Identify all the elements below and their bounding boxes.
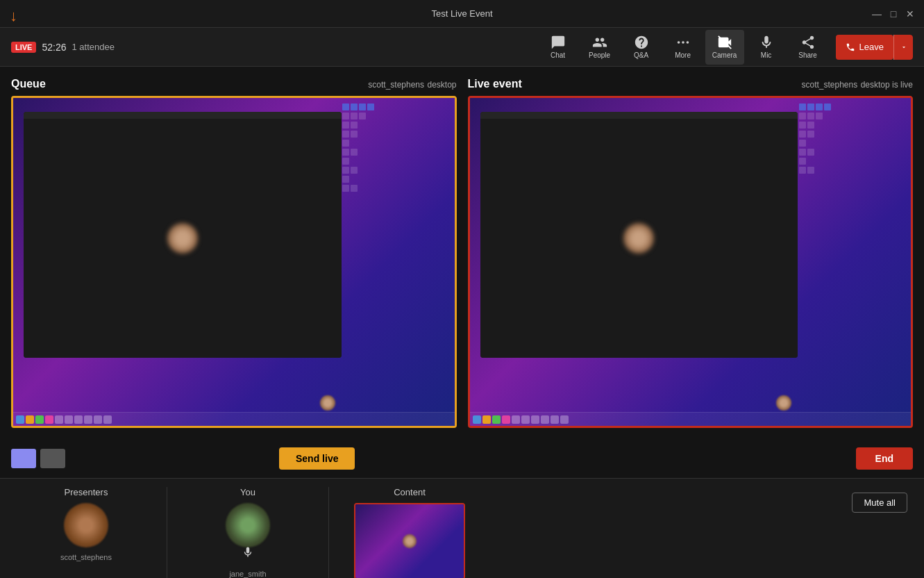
live-event-preview[interactable]: [468, 96, 914, 428]
dock-icon: [482, 415, 491, 424]
live-dock: [470, 412, 912, 426]
dock-icon: [541, 415, 549, 424]
dock-icon: [512, 415, 520, 424]
queue-preview[interactable]: [11, 96, 457, 428]
fake-icon: [816, 113, 823, 119]
fake-icon: [799, 167, 806, 174]
people-button[interactable]: People: [580, 30, 619, 65]
dock-icon: [26, 415, 34, 424]
qa-icon: [634, 35, 649, 50]
maximize-button[interactable]: □: [888, 8, 899, 19]
dock-icon: [84, 415, 92, 424]
fake-icon: [342, 185, 349, 192]
leave-button-group: Leave: [830, 35, 913, 60]
more-label: More: [675, 51, 691, 59]
dock-icon: [65, 415, 73, 424]
chat-button[interactable]: Chat: [539, 30, 578, 65]
people-label: People: [589, 51, 610, 59]
fake-icon: [807, 104, 814, 110]
timer-display: 52:26: [42, 42, 66, 53]
share-button[interactable]: Share: [789, 30, 828, 65]
section-divider-1: [167, 487, 167, 578]
share-icon: [800, 35, 816, 50]
dock-icon: [560, 415, 569, 424]
leave-label: Leave: [859, 42, 884, 52]
fake-icon: [351, 149, 358, 156]
nav-bar: ↓ LIVE 52:26 1 attendee Chat People Q&A: [0, 28, 924, 67]
end-button[interactable]: End: [856, 447, 913, 470]
dock-icon: [551, 415, 559, 424]
live-desktop-icons: [796, 98, 911, 426]
fake-icon: [799, 149, 806, 156]
grid-view-button[interactable]: [40, 449, 65, 468]
bottom-controls-bar: Send live End: [0, 439, 924, 478]
minimize-button[interactable]: —: [871, 8, 882, 19]
queue-small-avatar: [320, 395, 335, 411]
content-preview-avatar: [403, 534, 417, 548]
live-desktop: [470, 98, 912, 426]
fake-icon: [342, 176, 349, 183]
live-teams-content: [480, 119, 798, 358]
presenter-avatar: [64, 503, 108, 547]
dock-icon: [35, 415, 44, 424]
fake-icon: [342, 131, 349, 138]
dock-icon: [74, 415, 83, 424]
close-button[interactable]: ✕: [905, 8, 916, 19]
send-live-button[interactable]: Send live: [279, 447, 355, 470]
fake-icon: [342, 158, 349, 165]
qa-label: Q&A: [634, 51, 648, 59]
dock-icon: [103, 415, 112, 424]
camera-button[interactable]: Camera: [705, 30, 744, 65]
content-thumbnail[interactable]: [354, 503, 465, 578]
bottom-strip: Presenters scott_stephens You jane_smith…: [0, 478, 924, 578]
queue-subtitle: desktop: [427, 80, 456, 90]
mic-button[interactable]: Mic: [747, 30, 786, 65]
queue-subtitle-area: scott_stephens desktop: [368, 78, 456, 90]
fake-icon: [342, 122, 349, 129]
you-name: jane_smith: [229, 570, 266, 578]
people-icon: [592, 35, 607, 50]
svg-point-2: [686, 41, 689, 44]
live-badge: LIVE: [11, 42, 36, 53]
section-divider-2: [328, 487, 329, 578]
queue-desktop-icons: [339, 98, 454, 426]
live-event-subtitle-area: scott_stephens desktop is live: [801, 78, 913, 90]
you-avatar: [226, 503, 270, 547]
fake-icon: [342, 140, 349, 147]
chat-icon: [551, 35, 566, 50]
queue-user: scott_stephens: [368, 80, 424, 90]
dock-icon: [473, 415, 481, 424]
window-controls: — □ ✕: [871, 8, 916, 19]
fake-icon: [807, 149, 814, 156]
fake-icon: [807, 131, 814, 138]
leave-phone-icon: [846, 42, 855, 52]
qa-button[interactable]: Q&A: [622, 30, 661, 65]
queue-dock: [13, 412, 455, 426]
fake-icon: [342, 113, 349, 119]
single-view-button[interactable]: [11, 449, 36, 468]
queue-teams-content: [24, 119, 342, 358]
live-teams-bar: [480, 112, 798, 119]
content-section: Content screen_share: [340, 487, 479, 578]
mute-all-button[interactable]: Mute all: [852, 493, 907, 513]
dock-icon: [55, 415, 63, 424]
presenters-section: Presenters scott_stephens: [17, 487, 156, 578]
dock-icon: [94, 415, 102, 424]
leave-dropdown-button[interactable]: [893, 35, 913, 60]
you-title: You: [240, 487, 255, 497]
arrow-indicator: ↓: [10, 7, 17, 25]
fake-icon: [351, 113, 358, 119]
more-button[interactable]: More: [664, 30, 703, 65]
presenters-title: Presenters: [65, 487, 108, 497]
dock-icon: [45, 415, 53, 424]
fake-icon: [351, 122, 358, 129]
you-avatar-container: [226, 503, 270, 547]
more-icon: [675, 35, 691, 50]
fake-icon: [367, 104, 374, 110]
fake-icon: [824, 104, 831, 110]
attendee-count: 1 attendee: [72, 42, 115, 52]
camera-icon: [717, 35, 732, 50]
fake-icon: [351, 167, 358, 174]
queue-teams-bar: [24, 112, 342, 119]
leave-button[interactable]: Leave: [836, 35, 893, 60]
